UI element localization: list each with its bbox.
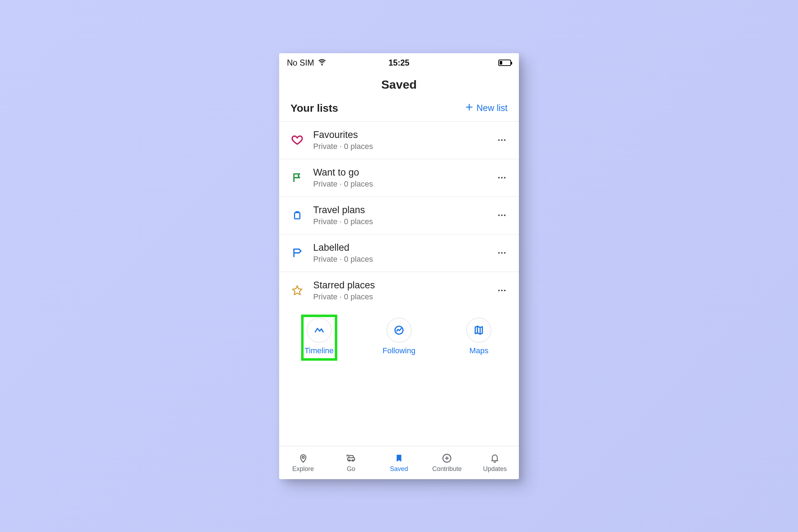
- nav-label: Updates: [483, 465, 507, 473]
- nav-label: Saved: [390, 465, 408, 473]
- list-subtitle: Private · 0 places: [313, 217, 486, 226]
- timeline-icon: [314, 325, 325, 336]
- following-icon: [394, 325, 404, 336]
- more-button[interactable]: [495, 173, 509, 183]
- list-subtitle: Private · 0 places: [313, 292, 486, 301]
- more-button[interactable]: [495, 248, 509, 258]
- svg-point-2: [504, 139, 506, 141]
- svg-point-11: [501, 252, 503, 254]
- phone-screen: No SIM 15:25 Saved Your lists New list: [279, 53, 519, 479]
- svg-point-12: [504, 252, 506, 254]
- list-row-favourites[interactable]: Favourites Private · 0 places: [279, 122, 519, 159]
- svg-point-8: [501, 215, 503, 216]
- list-title: Labelled: [313, 242, 486, 253]
- wifi-icon: [318, 57, 326, 68]
- quick-links-row: Timeline Following Maps: [279, 309, 519, 366]
- carrier-label: No SIM: [287, 58, 314, 68]
- chip-label: Following: [383, 346, 416, 355]
- svg-rect-6: [295, 213, 300, 219]
- svg-point-1: [501, 139, 503, 141]
- svg-point-17: [302, 456, 304, 458]
- section-bar: Your lists New list: [279, 102, 519, 121]
- page-title: Saved: [279, 78, 519, 92]
- svg-point-14: [501, 290, 503, 292]
- timeline-button[interactable]: Timeline: [296, 318, 342, 355]
- status-bar: No SIM 15:25: [279, 53, 519, 73]
- list-title: Travel plans: [313, 205, 486, 216]
- svg-point-3: [498, 177, 500, 179]
- list-subtitle: Private · 0 places: [313, 142, 486, 151]
- bookmark-icon: [393, 453, 405, 464]
- nav-updates[interactable]: Updates: [471, 446, 519, 479]
- more-button[interactable]: [495, 286, 509, 295]
- new-list-label: New list: [476, 103, 508, 113]
- svg-point-10: [498, 252, 500, 254]
- nav-label: Contribute: [432, 465, 462, 473]
- svg-point-0: [498, 139, 500, 141]
- list-subtitle: Private · 0 places: [313, 179, 486, 189]
- suitcase-icon: [290, 208, 305, 223]
- list-row-starred[interactable]: Starred places Private · 0 places: [279, 272, 519, 309]
- list-title: Want to go: [313, 167, 486, 178]
- chip-label: Maps: [469, 346, 488, 355]
- list-subtitle: Private · 0 places: [313, 255, 486, 264]
- lists-container: Favourites Private · 0 places Want to go…: [279, 121, 519, 309]
- list-title: Starred places: [313, 280, 486, 291]
- battery-icon: [498, 60, 511, 66]
- bell-icon: [489, 453, 500, 464]
- nav-contribute[interactable]: Contribute: [423, 446, 471, 479]
- section-title: Your lists: [290, 102, 338, 114]
- heart-icon: [290, 133, 305, 148]
- more-button[interactable]: [495, 135, 509, 145]
- svg-point-9: [504, 215, 506, 216]
- plus-badge-icon: [441, 453, 453, 464]
- new-list-button[interactable]: New list: [465, 103, 508, 113]
- star-icon: [290, 283, 305, 298]
- list-row-travel-plans[interactable]: Travel plans Private · 0 places: [279, 197, 519, 234]
- list-row-labelled[interactable]: Labelled Private · 0 places: [279, 234, 519, 272]
- svg-point-7: [498, 215, 500, 216]
- car-icon: [345, 453, 357, 464]
- svg-point-5: [504, 177, 506, 179]
- following-button[interactable]: Following: [376, 318, 422, 355]
- svg-point-4: [501, 177, 503, 179]
- bottom-nav: Explore Go Saved Contribute Updates: [279, 446, 519, 479]
- svg-point-13: [498, 290, 500, 292]
- maps-button[interactable]: Maps: [456, 318, 502, 355]
- page-header: Saved: [279, 73, 519, 102]
- nav-label: Explore: [292, 465, 314, 473]
- nav-explore[interactable]: Explore: [279, 446, 327, 479]
- plus-icon: [465, 103, 473, 113]
- chip-label: Timeline: [304, 346, 333, 355]
- label-icon: [290, 245, 305, 260]
- nav-go[interactable]: Go: [327, 446, 375, 479]
- svg-point-15: [504, 290, 506, 292]
- list-row-want-to-go[interactable]: Want to go Private · 0 places: [279, 159, 519, 197]
- maps-icon: [473, 325, 484, 336]
- nav-label: Go: [347, 465, 355, 473]
- pin-icon: [298, 453, 309, 464]
- nav-saved[interactable]: Saved: [375, 446, 423, 479]
- list-title: Favourites: [313, 129, 486, 140]
- more-button[interactable]: [495, 210, 509, 220]
- flag-icon: [290, 170, 305, 185]
